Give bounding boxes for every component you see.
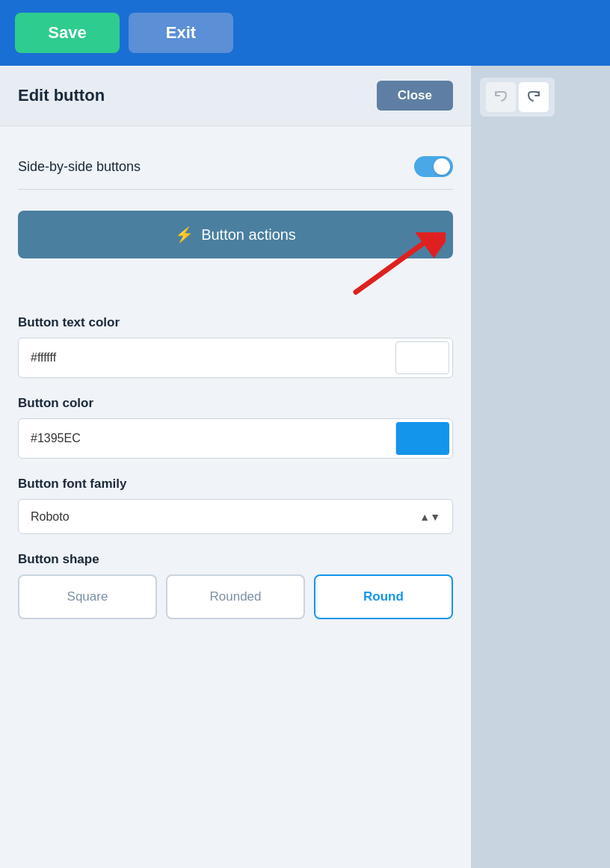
red-arrow [348,232,446,300]
button-text-color-input-row [18,338,453,378]
left-panel: Edit button Close Side-by-side buttons ⚡… [0,66,471,868]
button-color-input[interactable] [19,421,392,456]
shape-buttons: Square Rounded Round [18,574,453,619]
font-select-wrapper: Roboto Arial Georgia ▲▼ [18,499,453,534]
button-font-family-group: Button font family Roboto Arial Georgia … [18,477,453,534]
shape-square-button[interactable]: Square [18,574,157,619]
save-button[interactable]: Save [15,13,120,53]
button-text-color-swatch[interactable] [395,341,449,374]
redo-button[interactable] [519,82,549,112]
main-layout: Edit button Close Side-by-side buttons ⚡… [0,66,610,868]
panel-title: Edit button [18,86,105,105]
shape-rounded-button[interactable]: Rounded [166,574,305,619]
shape-round-button[interactable]: Round [314,574,453,619]
button-shape-label: Button shape [18,552,453,567]
top-bar: Save Exit [0,0,610,66]
button-color-input-row [18,418,453,459]
side-by-side-row: Side-by-side buttons [18,144,453,190]
lightning-icon: ⚡ [175,226,194,244]
exit-button[interactable]: Exit [129,13,233,53]
button-shape-group: Button shape Square Rounded Round [18,552,453,619]
button-text-color-label: Button text color [18,315,453,330]
svg-line-1 [356,244,423,292]
font-family-select[interactable]: Roboto Arial Georgia [19,500,452,533]
undo-button[interactable] [486,82,516,112]
panel-header: Edit button Close [0,66,471,126]
button-actions-container: ⚡ Button actions [18,211,453,258]
undo-redo-bar [480,78,555,117]
panel-content: Side-by-side buttons ⚡ Button actions [0,126,471,655]
button-color-swatch[interactable] [395,422,449,455]
button-text-color-input[interactable] [19,341,392,375]
close-button[interactable]: Close [377,81,453,111]
side-by-side-label: Side-by-side buttons [18,159,141,175]
button-color-label: Button color [18,396,453,411]
right-panel [471,66,610,868]
button-color-group: Button color [18,396,453,459]
side-by-side-toggle[interactable] [414,156,453,177]
button-text-color-group: Button text color [18,315,453,378]
button-font-family-label: Button font family [18,477,453,492]
button-actions-label: Button actions [201,226,296,244]
